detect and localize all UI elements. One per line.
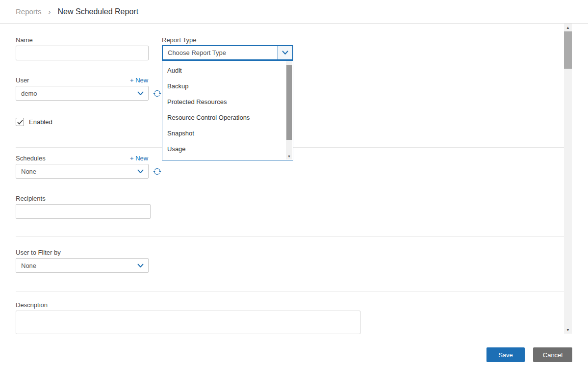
name-label: Name [16, 36, 33, 44]
scroll-up-icon[interactable]: ▲ [564, 24, 572, 31]
chevron-down-icon [137, 169, 144, 174]
schedules-new-link[interactable]: + New [130, 155, 148, 162]
option-snapshot[interactable]: Snapshot [162, 126, 293, 141]
report-type-label: Report Type [162, 36, 197, 44]
report-type-select-value: Choose Report Type [163, 49, 226, 56]
recipients-label: Recipients [16, 195, 46, 202]
dropdown-scrollbar[interactable]: ▼ [286, 61, 292, 159]
new-scheduled-report-page: Reports › New Scheduled Report Name Repo… [0, 0, 588, 369]
dropdown-scroll-down-icon[interactable]: ▼ [286, 153, 292, 159]
section-divider [16, 291, 564, 291]
option-protected-resources[interactable]: Protected Resources [162, 94, 293, 110]
user-select-value: demo [21, 90, 37, 97]
section-divider [16, 236, 564, 237]
user-select[interactable]: demo [16, 86, 149, 101]
page-title: New Scheduled Report [58, 7, 139, 16]
page-scrollbar-thumb[interactable] [564, 31, 572, 69]
name-input[interactable] [16, 46, 149, 60]
schedules-select-value: None [21, 168, 36, 175]
chevron-down-icon [137, 91, 144, 96]
enabled-checkbox-row: Enabled [16, 118, 52, 126]
description-textarea[interactable] [16, 311, 360, 334]
user-to-filter-select-value: None [21, 262, 36, 269]
check-icon [17, 120, 23, 125]
description-label: Description [16, 301, 48, 309]
enabled-checkbox[interactable] [16, 118, 24, 126]
user-refresh-icon[interactable] [153, 89, 161, 98]
schedules-select[interactable]: None [16, 164, 149, 179]
user-label: User [16, 77, 29, 84]
recipients-input[interactable] [16, 204, 151, 219]
option-resource-control-operations[interactable]: Resource Control Operations [162, 110, 293, 126]
page-scrollbar[interactable]: ▲ ▼ [564, 24, 572, 334]
save-button[interactable]: Save [486, 347, 525, 362]
report-type-dropdown-list: Audit Backup Protected Resources Resourc… [162, 60, 293, 160]
chevron-down-icon [137, 264, 144, 268]
enabled-label: Enabled [29, 118, 52, 126]
report-type-select[interactable]: Choose Report Type [162, 45, 293, 60]
option-backup[interactable]: Backup [162, 79, 293, 94]
dropdown-scrollbar-thumb[interactable] [286, 65, 292, 140]
breadcrumb-reports-link[interactable]: Reports [16, 7, 42, 16]
user-new-link[interactable]: + New [130, 77, 148, 84]
schedules-refresh-icon[interactable] [153, 167, 161, 176]
option-audit[interactable]: Audit [162, 63, 293, 79]
user-to-filter-label: User to Filter by [16, 249, 61, 256]
breadcrumb: Reports › New Scheduled Report [0, 0, 588, 24]
report-type-options: Audit Backup Protected Resources Resourc… [162, 61, 293, 159]
chevron-down-icon [278, 46, 292, 59]
user-to-filter-select[interactable]: None [16, 258, 149, 273]
option-usage[interactable]: Usage [162, 141, 293, 157]
cancel-button[interactable]: Cancel [533, 347, 572, 362]
breadcrumb-separator-icon: › [49, 7, 51, 16]
scroll-down-icon[interactable]: ▼ [564, 326, 572, 334]
schedules-label: Schedules [16, 155, 46, 162]
